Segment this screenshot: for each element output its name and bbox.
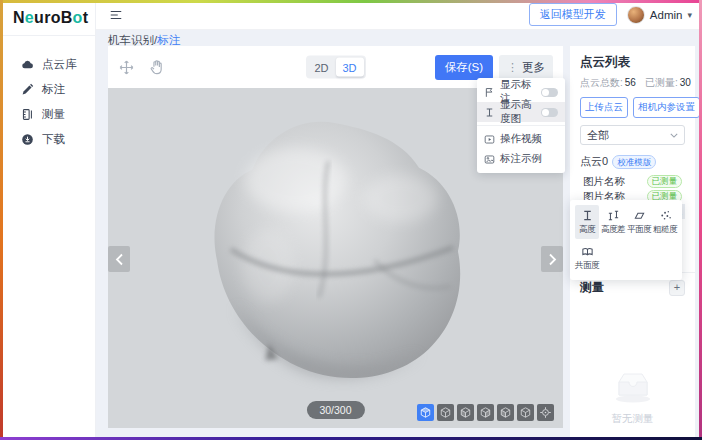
show-heightmap-toggle[interactable] — [541, 108, 558, 117]
tool-roughness[interactable]: 粗糙度 — [653, 205, 677, 239]
total-count: 56 — [625, 77, 636, 88]
chevron-down-icon — [670, 133, 678, 138]
cloud-name: 点云0 — [580, 154, 608, 169]
vertical-dots-icon: ⋮ — [507, 62, 518, 73]
filter-select[interactable]: 全部 — [580, 125, 685, 145]
view-cube-right-icon[interactable] — [497, 404, 514, 421]
tool-height[interactable]: 高度 — [575, 205, 599, 239]
upload-pointcloud-button[interactable]: 上传点云 — [580, 97, 628, 118]
sidebar-item-label: 点云库 — [42, 57, 77, 72]
panel-stats: 点云总数:56 已测量:30 — [580, 76, 685, 90]
more-button[interactable]: ⋮更多 — [499, 55, 553, 80]
add-measure-button[interactable]: + — [669, 280, 685, 296]
pager-indicator: 30/300 — [306, 401, 364, 419]
menu-item-annotation-example[interactable]: 标注示例 — [477, 149, 565, 169]
save-button[interactable]: 保存(S) — [435, 55, 493, 80]
view-orientation-bar — [417, 404, 554, 421]
sidebar-item-label: 标注 — [42, 82, 65, 97]
prev-cloud-button[interactable] — [108, 246, 130, 272]
empty-state: 暂无测量 — [570, 366, 695, 426]
breadcrumb-parent[interactable]: 机车识别 — [108, 34, 154, 46]
app-logo: NeuroBot — [0, 0, 95, 27]
avatar — [627, 6, 645, 24]
sidebar-item-pointcloud-library[interactable]: 点云库 — [0, 52, 95, 77]
measure-tools-popup: 高度 高度差 平面度 粗糙度 共面度 — [570, 200, 682, 280]
mode-2d-button[interactable]: 2D — [308, 58, 336, 77]
tool-flatness[interactable]: 平面度 — [627, 205, 651, 239]
breadcrumb-current: 标注 — [157, 34, 180, 46]
measured-count: 30 — [680, 77, 691, 88]
sidebar-item-label: 下载 — [42, 132, 65, 147]
back-to-model-dev-button[interactable]: 返回模型开发 — [529, 3, 617, 26]
cloud-icon — [21, 58, 34, 71]
view-cube-iso-icon[interactable] — [417, 404, 434, 421]
view-cube-back-icon[interactable] — [517, 404, 534, 421]
more-dropdown-menu: 显示标注 显示高度图 操作视频 标注示例 — [477, 78, 565, 173]
camera-params-button[interactable]: 相机内参设置 — [633, 97, 700, 118]
menu-item-show-heightmap[interactable]: 显示高度图 — [477, 102, 565, 122]
flag-icon — [484, 87, 495, 98]
view-mode-toggle: 2D 3D — [306, 56, 366, 79]
coplanarity-icon — [581, 245, 594, 258]
measure-section-title: 测量 — [580, 279, 604, 296]
roughness-icon — [659, 209, 672, 222]
download-icon — [21, 133, 34, 146]
image-icon — [484, 154, 495, 165]
show-annotations-toggle[interactable] — [541, 88, 558, 97]
empty-box-icon — [609, 366, 657, 406]
recenter-target-icon[interactable] — [537, 404, 554, 421]
panel-title: 点云列表 — [580, 54, 685, 71]
pen-icon — [21, 83, 34, 96]
tooth-3d-model[interactable] — [180, 104, 495, 404]
sidebar-item-annotate[interactable]: 标注 — [0, 77, 95, 102]
sidebar: NeuroBot 点云库 标注 测量 下载 — [0, 0, 96, 440]
hand-tool-icon[interactable] — [148, 59, 165, 76]
sidebar-item-label: 测量 — [42, 107, 65, 122]
height-diff-icon — [607, 209, 620, 222]
next-cloud-button[interactable] — [541, 246, 563, 272]
username: Admin — [650, 9, 683, 21]
sidebar-nav: 点云库 标注 测量 下载 — [0, 36, 95, 152]
empty-text: 暂无测量 — [570, 412, 695, 426]
video-icon — [484, 134, 495, 145]
move-tool-icon[interactable] — [118, 59, 135, 76]
topbar: 返回模型开发 Admin ▾ — [96, 0, 702, 30]
sidebar-item-download[interactable]: 下载 — [0, 127, 95, 152]
height-icon — [581, 209, 594, 222]
chevron-down-icon: ▾ — [687, 10, 692, 20]
sidebar-item-measure[interactable]: 测量 — [0, 102, 95, 127]
flatness-icon — [633, 209, 646, 222]
calibration-template-tag: 校准模版 — [612, 155, 656, 169]
measured-badge: 已测量 — [647, 175, 683, 188]
ruler-icon — [21, 108, 34, 121]
menu-item-tutorial-video[interactable]: 操作视频 — [477, 129, 565, 149]
view-cube-front-icon[interactable] — [457, 404, 474, 421]
mode-3d-button[interactable]: 3D — [336, 58, 364, 77]
collapse-menu-icon[interactable] — [109, 8, 123, 22]
tool-height-diff[interactable]: 高度差 — [601, 205, 625, 239]
image-row[interactable]: 图片名称 已测量 — [580, 174, 685, 189]
height-icon — [484, 107, 495, 118]
app-window: NeuroBot 点云库 标注 测量 下载 返回模型开发 — [0, 0, 702, 440]
view-cube-top-icon[interactable] — [437, 404, 454, 421]
cloud-item[interactable]: 点云0 校准模版 — [580, 154, 685, 169]
user-menu[interactable]: Admin ▾ — [627, 6, 692, 24]
view-cube-left-icon[interactable] — [477, 404, 494, 421]
tool-coplanarity[interactable]: 共面度 — [575, 241, 599, 275]
